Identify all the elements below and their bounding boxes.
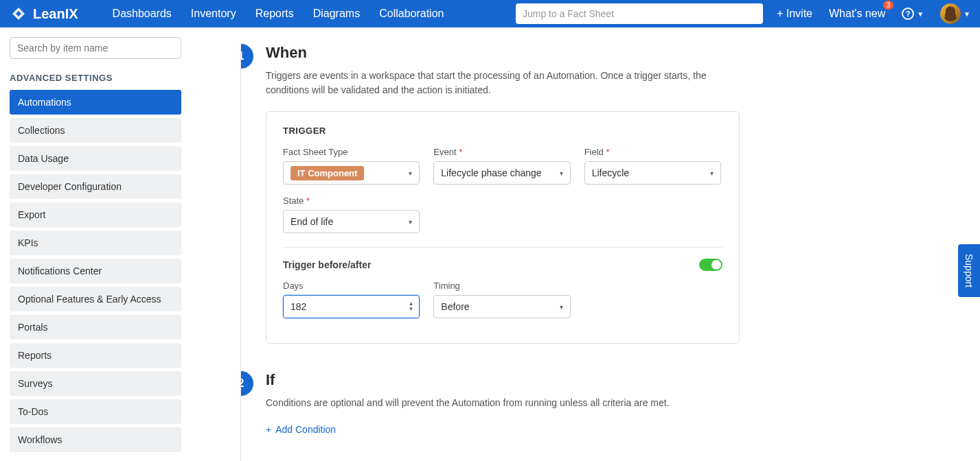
event-select[interactable]: Lifecycle phase change ▾	[433, 161, 570, 185]
step-desc-when: Triggers are events in a workspace that …	[266, 69, 733, 97]
days-value: 182	[290, 301, 306, 312]
state-select[interactable]: End of life ▾	[283, 210, 420, 233]
whatsnew-label: What's new	[829, 8, 885, 19]
chevron-down-icon: ▼	[964, 10, 970, 18]
label-timing: Timing	[433, 281, 570, 291]
plus-icon: +	[266, 424, 271, 435]
right-links: + Invite What's new 3 ? ▼ ▼	[777, 3, 970, 24]
field-value: Lifecycle	[592, 167, 629, 178]
logo-icon	[10, 5, 27, 23]
days-input[interactable]: 182 ▲▼	[283, 295, 420, 318]
sidebar-item-export[interactable]: Export	[10, 202, 181, 227]
sidebar-item-collections[interactable]: Collections	[10, 118, 181, 143]
factsheet-chip: IT Component	[290, 166, 364, 180]
help-menu[interactable]: ? ▼	[902, 8, 924, 20]
timing-select[interactable]: Before ▾	[433, 295, 570, 318]
sidebar-item-automations[interactable]: Automations	[10, 90, 181, 115]
step-title-when: When	[266, 44, 939, 62]
trigger-card: TRIGGER Fact Sheet Type IT Component ▾ E…	[266, 111, 740, 344]
nav-inventory[interactable]: Inventory	[191, 8, 236, 20]
whatsnew-badge: 3	[883, 1, 894, 10]
label-field: Field *	[584, 147, 721, 157]
nav-dashboards[interactable]: Dashboards	[113, 8, 172, 20]
nav-diagrams[interactable]: Diagrams	[313, 8, 360, 20]
event-value: Lifecycle phase change	[441, 167, 541, 178]
nav-links: Dashboards Inventory Reports Diagrams Co…	[113, 8, 444, 20]
nav-reports[interactable]: Reports	[255, 8, 294, 20]
chevron-down-icon: ▾	[409, 218, 412, 226]
toggle-knob	[711, 260, 721, 270]
sidebar-item-portals[interactable]: Portals	[10, 315, 181, 340]
sidebar-item-kpis[interactable]: KPIs	[10, 230, 181, 255]
trigger-heading: TRIGGER	[283, 126, 722, 136]
chevron-down-icon: ▾	[710, 169, 714, 177]
label-factsheet-type: Fact Sheet Type	[283, 147, 420, 157]
sidebar-item-notifications-center[interactable]: Notifications Center	[10, 259, 181, 283]
support-tab[interactable]: Support	[958, 244, 980, 297]
chevron-down-icon: ▾	[560, 303, 563, 311]
label-state: State *	[283, 196, 420, 206]
help-icon: ?	[902, 8, 914, 20]
step-number-2: 2	[241, 371, 253, 396]
step-when: 1 When Triggers are events in a workspac…	[241, 44, 939, 344]
main-content: 1 When Triggers are events in a workspac…	[241, 27, 980, 461]
brand-name: LeanIX	[33, 6, 78, 22]
step-if: 2 If Conditions are optional and will pr…	[241, 371, 939, 435]
chevron-down-icon: ▾	[409, 169, 412, 177]
toggle-label: Trigger before/after	[283, 259, 371, 270]
sidebar-item-todos[interactable]: To-Dos	[10, 399, 181, 424]
logo[interactable]: LeanIX	[10, 5, 78, 23]
factsheet-type-select[interactable]: IT Component ▾	[283, 161, 420, 185]
sidebar-item-reports[interactable]: Reports	[10, 343, 181, 368]
avatar	[940, 3, 961, 24]
state-value: End of life	[290, 216, 333, 227]
sidebar-heading: ADVANCED SETTINGS	[10, 73, 181, 83]
trigger-before-after-toggle[interactable]	[699, 259, 722, 271]
top-nav: LeanIX Dashboards Inventory Reports Diag…	[0, 0, 980, 27]
invite-link[interactable]: + Invite	[777, 8, 812, 20]
label-days: Days	[283, 281, 420, 291]
sidebar-item-optional-features[interactable]: Optional Features & Early Access	[10, 287, 181, 311]
user-menu[interactable]: ▼	[940, 3, 970, 24]
whatsnew-link[interactable]: What's new 3	[829, 8, 885, 20]
chevron-down-icon: ▼	[917, 10, 924, 18]
divider	[283, 247, 722, 248]
sidebar-search-input[interactable]	[10, 37, 181, 59]
sidebar-item-workflows[interactable]: Workflows	[10, 427, 181, 452]
sidebar-item-data-usage[interactable]: Data Usage	[10, 146, 181, 171]
timing-value: Before	[441, 301, 469, 312]
add-condition-label: Add Condition	[275, 424, 336, 435]
field-select[interactable]: Lifecycle ▾	[584, 161, 721, 185]
sidebar: ADVANCED SETTINGS Automations Collection…	[0, 27, 191, 461]
add-condition-button[interactable]: + Add Condition	[266, 424, 939, 435]
factsheet-search-input[interactable]	[516, 3, 763, 24]
number-spinner[interactable]: ▲▼	[408, 301, 413, 312]
step-title-if: If	[266, 371, 939, 389]
sidebar-item-surveys[interactable]: Surveys	[10, 371, 181, 396]
step-number-1: 1	[241, 44, 253, 69]
chevron-down-icon: ▾	[560, 169, 563, 177]
sidebar-item-developer-configuration[interactable]: Developer Configuration	[10, 174, 181, 199]
label-event: Event *	[433, 147, 570, 157]
step-desc-if: Conditions are optional and will prevent…	[266, 396, 733, 410]
nav-collaboration[interactable]: Collaboration	[379, 8, 444, 20]
